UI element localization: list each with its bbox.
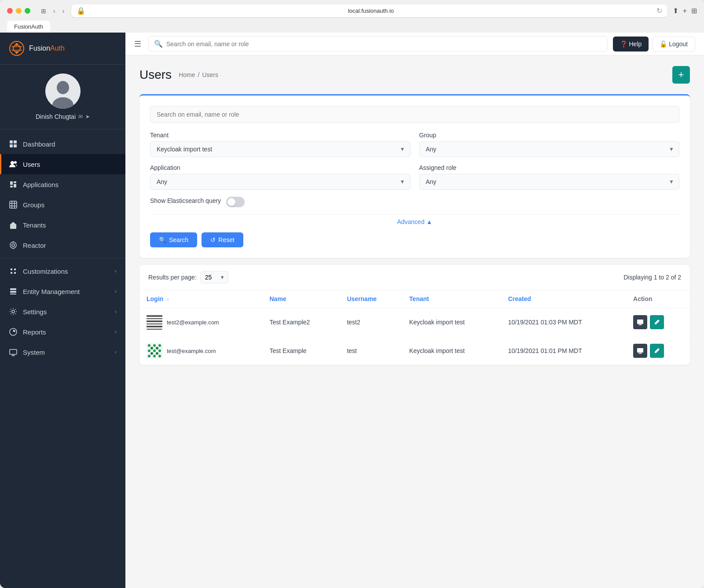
svg-point-60	[156, 352, 158, 355]
svg-point-50	[158, 344, 161, 347]
group-select[interactable]: Any	[419, 141, 680, 157]
traffic-light-red[interactable]	[7, 8, 13, 14]
application-select[interactable]: Any	[150, 174, 411, 190]
svg-point-54	[148, 355, 150, 357]
svg-point-25	[12, 244, 15, 246]
sidebar-item-entity-management[interactable]: Entity Management ‹	[0, 281, 125, 301]
user2-actions	[626, 337, 690, 365]
sidebar-item-settings[interactable]: Settings ‹	[0, 301, 125, 322]
add-user-button[interactable]: +	[672, 66, 690, 84]
sidebar-item-dashboard[interactable]: Dashboard	[0, 134, 125, 154]
advanced-link[interactable]: Advanced ▲	[397, 218, 432, 225]
svg-point-26	[10, 242, 16, 248]
col-header-login[interactable]: Login ↑	[139, 290, 263, 308]
back-btn[interactable]: ‹	[51, 7, 57, 15]
share-icon[interactable]: ⬆	[673, 7, 678, 15]
elasticsearch-toggle[interactable]	[226, 197, 245, 207]
topbar-search: 🔍	[148, 36, 608, 51]
svg-rect-16	[14, 184, 16, 187]
page-header: Users Home / Users +	[139, 66, 690, 84]
logout-button[interactable]: 🔓 Logout	[652, 37, 695, 51]
search-button[interactable]: 🔍 Search	[150, 232, 197, 247]
col-header-created[interactable]: Created	[501, 290, 626, 308]
user2-name: Test Example	[263, 337, 340, 365]
customizations-icon	[9, 267, 18, 276]
topbar-menu-icon[interactable]: ☰	[134, 39, 141, 49]
table-row: test2@example.com Test Example2 test2 Ke…	[139, 308, 690, 337]
svg-point-48	[148, 344, 150, 347]
reset-btn-label: Reset	[218, 236, 235, 243]
user1-manage-button[interactable]	[633, 315, 647, 329]
system-chevron: ‹	[115, 349, 117, 355]
assigned-role-select[interactable]: Any	[419, 174, 680, 190]
svg-point-56	[158, 355, 161, 357]
search-main-input[interactable]	[150, 106, 679, 123]
filter-row-1: Tenant Keycloak import test ▼ Group	[150, 132, 679, 157]
new-tab-icon[interactable]: +	[683, 7, 687, 15]
user2-email: test@example.com	[167, 348, 216, 354]
results-count: Displaying 1 to 2 of 2	[623, 274, 681, 281]
sidebar-item-applications[interactable]: Applications	[0, 174, 125, 195]
col-header-username[interactable]: Username	[340, 290, 402, 308]
message-icon[interactable]: ✉	[78, 114, 83, 120]
sidebar-item-tenants[interactable]: Tenants	[0, 215, 125, 235]
grid-icon[interactable]: ⊞	[691, 7, 697, 15]
nav-label-system: System	[23, 349, 110, 356]
reset-button[interactable]: ↺ Reset	[202, 232, 243, 247]
users-table: Login ↑ Name Username Tenant Created Act…	[139, 290, 690, 365]
tenant-filter-group: Tenant Keycloak import test ▼	[150, 132, 411, 157]
lock-icon: 🔒	[77, 7, 85, 15]
user1-username: test2	[340, 308, 402, 337]
user1-avatar	[147, 314, 162, 330]
per-page-select[interactable]: 10 25 50 100	[200, 271, 228, 283]
user2-edit-button[interactable]	[650, 344, 664, 358]
tenant-select[interactable]: Keycloak import test	[150, 141, 411, 157]
svg-point-52	[153, 349, 156, 352]
forward-btn[interactable]: ›	[61, 7, 66, 15]
svg-rect-61	[637, 348, 643, 353]
sidebar-item-reports[interactable]: Reports ‹	[0, 322, 125, 342]
user2-tenant: Keycloak import test	[402, 337, 501, 365]
application-filter-group: Application Any ▼	[150, 164, 411, 190]
user1-email: test2@example.com	[167, 319, 219, 326]
tenant-select-wrapper: Keycloak import test ▼	[150, 141, 411, 157]
svg-point-13	[11, 161, 14, 165]
col-header-name[interactable]: Name	[263, 290, 340, 308]
topbar-search-input[interactable]	[166, 40, 602, 48]
results-header: Results per page: 10 25 50 100 ▼ Display…	[139, 265, 690, 290]
reload-icon[interactable]: ↻	[656, 7, 662, 15]
svg-point-1	[13, 45, 20, 52]
user1-cell: test2@example.com	[147, 314, 256, 330]
fusionauth-logo-icon	[9, 40, 25, 56]
svg-point-53	[158, 349, 161, 352]
svg-point-58	[156, 347, 158, 349]
logo-auth: Auth	[50, 44, 65, 52]
navigate-icon[interactable]: ➤	[85, 114, 90, 120]
sidebar-toggle-btn[interactable]: ⊞	[39, 7, 48, 15]
sidebar-item-system[interactable]: System ‹	[0, 342, 125, 362]
nav-label-tenants: Tenants	[23, 221, 117, 229]
col-header-tenant[interactable]: Tenant	[402, 290, 501, 308]
logo-fusion: Fusion	[29, 44, 50, 52]
address-bar[interactable]: local.fusionauth.io	[88, 7, 653, 14]
sidebar-item-groups[interactable]: Groups	[0, 195, 125, 215]
traffic-light-green[interactable]	[25, 8, 30, 14]
help-button[interactable]: ❓ Help	[613, 37, 649, 51]
breadcrumb-separator: /	[198, 71, 199, 78]
avatar	[45, 74, 81, 109]
reset-btn-icon: ↺	[210, 236, 216, 243]
sidebar-item-users[interactable]: Users	[0, 154, 125, 174]
svg-point-57	[150, 347, 153, 349]
traffic-light-yellow[interactable]	[16, 8, 22, 14]
user1-edit-button[interactable]	[650, 315, 664, 329]
svg-rect-12	[14, 144, 17, 147]
sidebar-item-customizations[interactable]: Customizations ‹	[0, 261, 125, 281]
topbar-actions: ❓ Help 🔓 Logout	[613, 37, 695, 51]
users-icon	[9, 160, 18, 169]
breadcrumb-home[interactable]: Home	[179, 71, 195, 78]
user2-manage-button[interactable]	[633, 344, 647, 358]
sidebar-item-reactor[interactable]: Reactor	[0, 235, 125, 255]
action-buttons: 🔍 Search ↺ Reset	[150, 232, 679, 247]
svg-rect-18	[10, 186, 13, 187]
browser-tab[interactable]: FusionAuth	[7, 21, 50, 33]
